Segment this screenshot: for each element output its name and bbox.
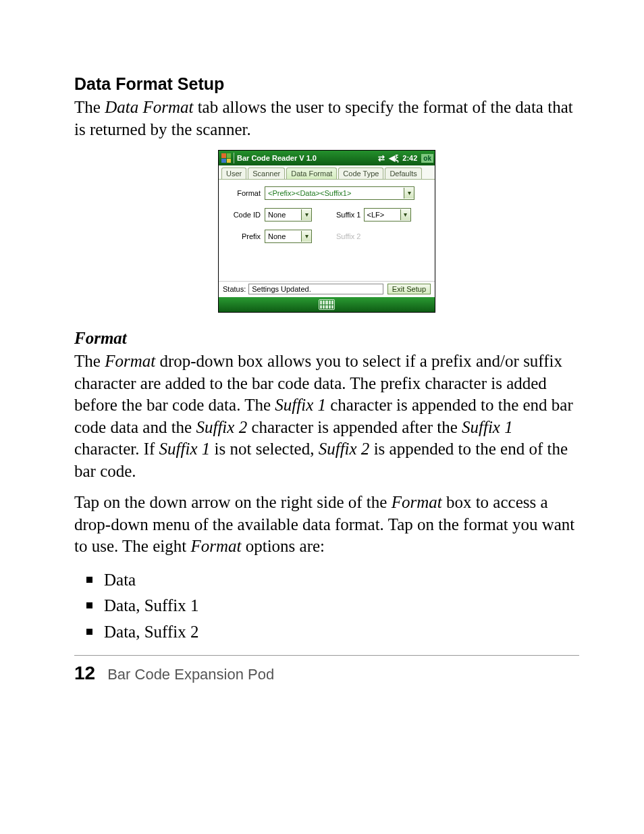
- volume-icon[interactable]: ◀ξ: [389, 153, 398, 163]
- status-value: Settings Updated.: [248, 284, 383, 294]
- dropdown-suffix1-value: <LF>: [365, 210, 400, 219]
- intro-pre: The: [74, 98, 105, 116]
- dropdown-suffix1[interactable]: <LF> ▾: [364, 208, 411, 221]
- label-format: Format: [225, 189, 265, 197]
- dropdown-code-id[interactable]: None ▾: [265, 208, 312, 221]
- section-heading: Data Format Setup: [74, 74, 579, 94]
- form-area: Format <Prefix><Data><Suffix1> ▾ Code ID…: [219, 180, 435, 282]
- dropdown-prefix-value: None: [265, 232, 301, 241]
- window-title: Bar Code Reader V 1.0: [237, 154, 375, 162]
- chevron-down-icon[interactable]: ▾: [404, 188, 414, 199]
- tab-defaults[interactable]: Defaults: [385, 167, 421, 179]
- chevron-down-icon[interactable]: ▾: [400, 209, 410, 220]
- ok-button[interactable]: ok: [421, 154, 433, 163]
- soft-key-bar: [219, 297, 435, 312]
- chevron-down-icon[interactable]: ▾: [301, 209, 311, 220]
- exit-setup-button[interactable]: Exit Setup: [387, 284, 431, 294]
- sub-heading-format: Format: [74, 329, 579, 348]
- options-list: Data Data, Suffix 1 Data, Suffix 2: [74, 567, 579, 646]
- footer-rule: [74, 655, 579, 656]
- dropdown-format-value: <Prefix><Data><Suffix1>: [265, 188, 404, 198]
- dropdown-code-id-value: None: [265, 210, 301, 219]
- keyboard-icon[interactable]: [319, 299, 335, 310]
- device-screenshot: Bar Code Reader V 1.0 ⇄ ◀ξ 2:42 ok User …: [218, 150, 435, 313]
- tab-strip: User Scanner Data Format Code Type Defau…: [219, 165, 435, 180]
- connectivity-icon[interactable]: ⇄: [378, 153, 385, 163]
- intro-em: Data Format: [105, 98, 193, 116]
- label-prefix: Prefix: [225, 232, 265, 240]
- label-code-id: Code ID: [225, 211, 265, 219]
- label-suffix2: Suffix 2: [336, 232, 364, 240]
- label-suffix1: Suffix 1: [336, 211, 364, 219]
- dropdown-prefix[interactable]: None ▾: [265, 230, 312, 243]
- dropdown-format[interactable]: <Prefix><Data><Suffix1> ▾: [265, 186, 414, 200]
- page-number: 12: [74, 662, 95, 684]
- window-titlebar: Bar Code Reader V 1.0 ⇄ ◀ξ 2:42 ok: [219, 151, 435, 165]
- tab-data-format[interactable]: Data Format: [286, 167, 337, 179]
- format-paragraph-1: The Format drop-down box allows you to s…: [74, 350, 579, 482]
- chevron-down-icon[interactable]: ▾: [301, 231, 311, 242]
- footer-title: Bar Code Expansion Pod: [107, 666, 274, 683]
- format-paragraph-2: Tap on the down arrow on the right side …: [74, 492, 579, 558]
- list-item: Data, Suffix 1: [86, 593, 579, 619]
- label-status: Status:: [223, 285, 246, 293]
- tab-user[interactable]: User: [221, 167, 246, 179]
- windows-flag-icon: [221, 153, 231, 163]
- tab-code-type[interactable]: Code Type: [338, 167, 383, 179]
- list-item: Data, Suffix 2: [86, 619, 579, 646]
- intro-paragraph: The Data Format tab allows the user to s…: [74, 97, 579, 140]
- list-item: Data: [86, 567, 579, 594]
- status-row: Status: Settings Updated. Exit Setup: [219, 282, 435, 297]
- clock: 2:42: [402, 154, 417, 162]
- page-footer: 12 Bar Code Expansion Pod: [74, 662, 579, 684]
- tab-scanner[interactable]: Scanner: [248, 167, 285, 179]
